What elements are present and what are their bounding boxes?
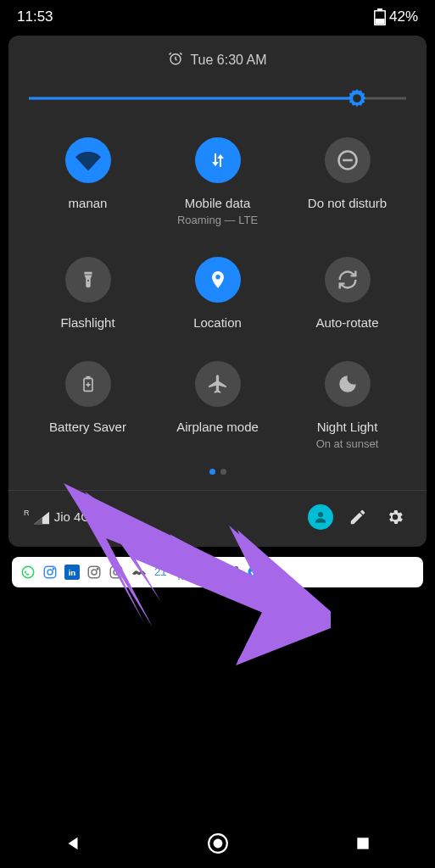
notification-icon-bar[interactable]: in 21° 0KB/s • [12, 557, 423, 587]
edit-button[interactable] [342, 501, 374, 533]
mobile-data-icon [195, 137, 241, 183]
svg-rect-1 [375, 19, 384, 25]
linkedin-icon: in [64, 565, 80, 580]
page-dot-2 [220, 469, 226, 475]
tile-mobile-data-label: Mobile data [185, 195, 251, 212]
tile-dnd[interactable]: Do not disturb [287, 137, 408, 226]
autorotate-icon [325, 257, 371, 303]
svg-point-18 [114, 570, 119, 575]
status-right: 42% [374, 8, 418, 25]
tile-mobile-data[interactable]: Mobile data Roaming — LTE [157, 137, 278, 226]
signal-icon: R [24, 509, 49, 524]
temperature-value: 21° [154, 565, 171, 578]
instagram-icon [42, 565, 58, 580]
battery-saver-icon [65, 361, 111, 407]
svg-point-19 [119, 568, 120, 570]
panel-footer: R Jio 4G [20, 501, 415, 535]
brightness-fill [29, 97, 357, 100]
tile-flashlight[interactable]: Flashlight [27, 257, 148, 331]
battery-icon [374, 8, 386, 25]
whatsapp-icon [20, 565, 36, 580]
svg-rect-30 [357, 837, 368, 849]
tile-autorotate-label: Auto-rotate [315, 314, 378, 331]
svg-point-7 [318, 512, 323, 517]
telegram-icon [247, 565, 262, 580]
pencil-icon [349, 508, 367, 526]
night-light-icon [325, 361, 371, 407]
dnd-icon [325, 137, 371, 183]
tiles-grid: manan Mobile data Roaming — LTE Do not d… [20, 132, 415, 464]
user-button[interactable] [304, 501, 337, 533]
square-icon [354, 835, 371, 852]
tile-dnd-label: Do not disturb [308, 195, 387, 212]
tile-night-light-sub: On at sunset [316, 437, 379, 450]
instagram-icon-2 [86, 565, 102, 580]
svg-point-11 [53, 568, 54, 570]
gear-icon [386, 508, 404, 526]
page-indicator [20, 469, 415, 475]
nav-home-button[interactable] [192, 832, 243, 854]
tile-battery-saver-label: Battery Saver [49, 419, 126, 436]
back-icon [64, 834, 82, 853]
brightness-slider[interactable] [29, 86, 406, 110]
share-icon [225, 565, 240, 580]
status-time: 11:53 [17, 8, 53, 25]
alarm-row[interactable]: Tue 6:30 AM [20, 51, 415, 70]
page-dot-1 [209, 469, 215, 475]
tile-night-light[interactable]: Night Light On at sunset [287, 361, 408, 450]
mustache-icon [131, 567, 148, 577]
dot-icon: • [269, 567, 272, 576]
settings-button[interactable] [379, 501, 411, 533]
navigation-bar [0, 819, 435, 868]
airplane-icon [195, 361, 241, 407]
tile-wifi-label: manan [69, 195, 108, 212]
alarm-text: Tue 6:30 AM [190, 53, 266, 68]
location-icon [195, 257, 241, 303]
battery-percent: 42% [389, 8, 418, 25]
svg-text:in: in [69, 567, 76, 576]
status-bar: 11:53 42% [0, 0, 435, 31]
nav-back-button[interactable] [47, 834, 98, 853]
tile-airplane[interactable]: Airplane mode [157, 361, 278, 450]
net-speed: 0KB/s [178, 562, 196, 581]
tile-autorotate[interactable]: Auto-rotate [287, 257, 408, 331]
tile-location-label: Location [193, 314, 242, 331]
tile-wifi[interactable]: manan [27, 137, 148, 226]
tile-mobile-data-sub: Roaming — LTE [177, 214, 258, 226]
instagram-icon-3 [109, 565, 124, 580]
tile-flashlight-label: Flashlight [60, 314, 114, 331]
footer-divider [8, 490, 427, 491]
tile-battery-saver[interactable]: Battery Saver [27, 361, 148, 450]
tile-location[interactable]: Location [157, 257, 278, 331]
carrier-info[interactable]: R Jio 4G [24, 509, 91, 524]
svg-point-16 [97, 568, 98, 570]
nav-recent-button[interactable] [337, 835, 388, 852]
svg-point-10 [47, 570, 53, 575]
carrier-name: Jio 4G [54, 509, 91, 524]
tile-night-light-label: Night Light [317, 419, 378, 436]
flashlight-icon [65, 257, 111, 303]
user-avatar-icon [308, 504, 333, 530]
quick-settings-panel: Tue 6:30 AM manan Mobile data Roaming — … [8, 36, 427, 547]
alarm-icon [168, 51, 183, 70]
svg-point-8 [22, 566, 34, 578]
aperture-icon [203, 565, 218, 580]
tile-airplane-label: Airplane mode [176, 419, 259, 436]
brightness-thumb[interactable] [346, 87, 368, 109]
home-icon [207, 832, 229, 854]
svg-point-29 [213, 839, 222, 849]
svg-point-3 [353, 94, 361, 103]
wifi-icon [65, 137, 111, 183]
svg-point-15 [92, 570, 97, 575]
